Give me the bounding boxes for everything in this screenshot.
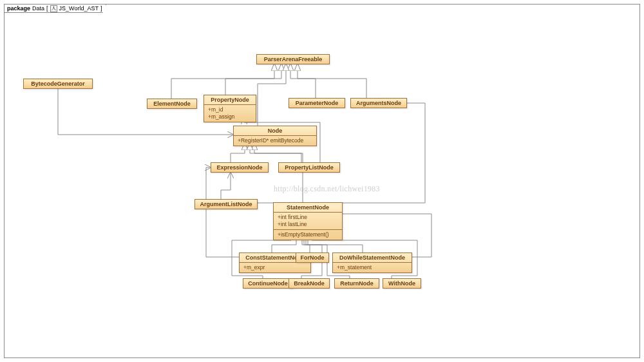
class-arguments-node[interactable]: ArgumentsNode bbox=[350, 98, 407, 108]
class-property-node[interactable]: PropertyNode +m_id +m_assign bbox=[204, 95, 256, 122]
package-name: Data bbox=[32, 5, 44, 12]
class-title: StatementNode bbox=[274, 203, 342, 212]
class-for-node[interactable]: ForNode bbox=[296, 252, 329, 263]
class-node[interactable]: Node +RegisterID* emitBytecode bbox=[233, 126, 317, 146]
package-keyword: package bbox=[7, 5, 30, 12]
attr: +m_id bbox=[208, 106, 252, 113]
class-title: WithNode bbox=[383, 279, 421, 288]
class-parameter-node[interactable]: ParameterNode bbox=[289, 98, 345, 108]
class-return-node[interactable]: ReturnNode bbox=[334, 278, 379, 289]
class-attrs: +m_id +m_assign bbox=[204, 104, 256, 122]
person-icon: 人 bbox=[50, 5, 57, 12]
class-title: ForNode bbox=[296, 253, 328, 262]
op: +RegisterID* emitBytecode bbox=[238, 137, 312, 144]
class-attrs: +int firstLine +int lastLine bbox=[274, 212, 342, 229]
class-element-node[interactable]: ElementNode bbox=[147, 99, 197, 109]
class-argument-list-node[interactable]: ArgumentListNode bbox=[194, 199, 258, 209]
class-title: ContinueNode bbox=[243, 279, 292, 288]
class-attrs: +m_statement bbox=[333, 262, 412, 272]
attr: +int firstLine bbox=[278, 214, 338, 221]
class-title: ParameterNode bbox=[289, 99, 345, 108]
package-tab: package Data [ 人 JS_World_AST ] bbox=[4, 4, 106, 13]
attr: +m_expr bbox=[243, 264, 307, 271]
class-title: PropertyNode bbox=[204, 95, 256, 104]
class-ops: +isEmptyStatement() bbox=[274, 229, 342, 240]
class-title: BreakNode bbox=[289, 279, 329, 288]
attr: +m_assign bbox=[208, 113, 252, 120]
class-break-node[interactable]: BreakNode bbox=[289, 278, 330, 289]
class-statement-node[interactable]: StatementNode +int firstLine +int lastLi… bbox=[273, 202, 343, 240]
class-property-list-node[interactable]: PropertyListNode bbox=[278, 162, 340, 173]
attr: +int lastLine bbox=[278, 221, 338, 228]
class-title: ElementNode bbox=[147, 99, 196, 108]
class-title: ParserArenaFreeable bbox=[257, 55, 329, 64]
class-do-while-statement-node[interactable]: DoWhileStatementNode +m_statement bbox=[332, 252, 412, 273]
class-title: ArgumentsNode bbox=[351, 99, 406, 108]
class-ops: +RegisterID* emitBytecode bbox=[234, 135, 316, 146]
class-with-node[interactable]: WithNode bbox=[383, 278, 421, 289]
class-bytecode-generator[interactable]: BytecodeGenerator bbox=[23, 79, 93, 89]
package-tab-label: JS_World_AST bbox=[59, 5, 99, 12]
attr: +m_statement bbox=[337, 264, 408, 271]
op: +isEmptyStatement() bbox=[278, 231, 338, 238]
class-parser-arena-freeable[interactable]: ParserArenaFreeable bbox=[256, 54, 330, 64]
watermark-text: http://blog.csdn.net/lichwei1983 bbox=[274, 184, 380, 194]
class-title: ReturnNode bbox=[335, 279, 379, 288]
class-continue-node[interactable]: ContinueNode bbox=[243, 278, 293, 289]
class-title: DoWhileStatementNode bbox=[333, 253, 412, 262]
class-attrs: +m_expr bbox=[240, 262, 310, 272]
class-title: PropertyListNode bbox=[279, 163, 339, 172]
class-title: BytecodeGenerator bbox=[24, 79, 92, 88]
class-title: Node bbox=[234, 126, 316, 135]
class-title: ExpressionNode bbox=[211, 163, 268, 172]
class-title: ArgumentListNode bbox=[195, 200, 257, 209]
class-expression-node[interactable]: ExpressionNode bbox=[211, 162, 269, 173]
